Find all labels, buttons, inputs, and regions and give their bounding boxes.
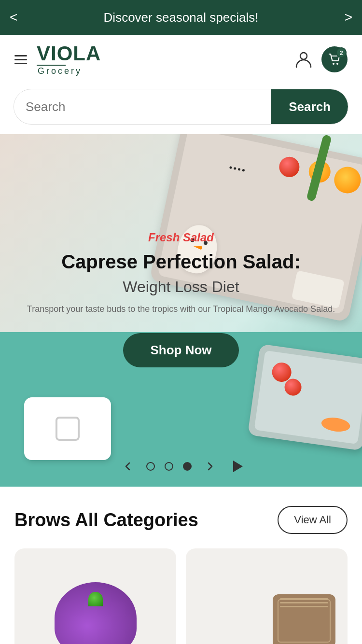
- view-all-button[interactable]: View All: [278, 506, 348, 534]
- search-button[interactable]: Search: [271, 89, 348, 125]
- category-card-2[interactable]: [186, 548, 348, 644]
- header-left: VIOLA Grocery: [14, 43, 101, 75]
- account-button[interactable]: [294, 50, 313, 70]
- header: VIOLA Grocery 2: [0, 35, 362, 84]
- cart-badge: 2: [336, 47, 347, 58]
- svg-point-2: [336, 63, 338, 65]
- slider-next-button[interactable]: [201, 461, 219, 472]
- logo: VIOLA Grocery: [37, 43, 101, 75]
- white-container: [24, 397, 111, 460]
- slider-controls: [0, 461, 362, 472]
- hero-slider: Fresh Salad Caprese Perfection Salad: We…: [0, 134, 362, 487]
- header-right: 2: [294, 46, 348, 72]
- chevron-right-icon: [205, 461, 215, 472]
- svg-point-1: [333, 63, 334, 65]
- slider-dot-2[interactable]: [165, 462, 173, 471]
- search-bar: Search: [14, 89, 348, 125]
- logo-viola: VIOLA: [37, 43, 101, 64]
- banner-text: Discover seasonal specials!: [17, 10, 344, 25]
- shop-now-button[interactable]: Shop Now: [123, 333, 238, 367]
- slider-prev-button[interactable]: [119, 461, 137, 472]
- search-input[interactable]: [14, 99, 271, 114]
- top-banner: < Discover seasonal specials! >: [0, 0, 362, 35]
- hero-subtitle: Weight Loss Diet: [19, 278, 343, 296]
- hero-description: Transport your taste buds to the tropics…: [19, 303, 343, 316]
- cart-button[interactable]: 2: [321, 46, 348, 72]
- slider-dot-3[interactable]: [183, 462, 192, 471]
- hamburger-menu[interactable]: [14, 55, 27, 64]
- logo-grocery: Grocery: [37, 67, 101, 75]
- slider-play-button[interactable]: [233, 461, 243, 472]
- categories-title: Brows All Categories: [14, 510, 198, 531]
- category-card-1[interactable]: [14, 548, 176, 644]
- hero-title: Caprese Perfection Salad:: [19, 250, 343, 273]
- category-grid: [14, 548, 348, 644]
- banner-next-button[interactable]: >: [345, 10, 352, 25]
- user-icon: [294, 50, 313, 68]
- logo-divider: [37, 65, 66, 66]
- banner-prev-button[interactable]: <: [10, 10, 17, 25]
- chevron-left-icon: [123, 461, 133, 472]
- categories-section: Brows All Categories View All: [0, 487, 362, 644]
- hero-content: Fresh Salad Caprese Perfection Salad: We…: [0, 231, 362, 367]
- svg-point-0: [300, 53, 307, 59]
- categories-header: Brows All Categories View All: [14, 506, 348, 534]
- slider-dot-1[interactable]: [146, 462, 155, 471]
- hero-tag: Fresh Salad: [19, 231, 343, 244]
